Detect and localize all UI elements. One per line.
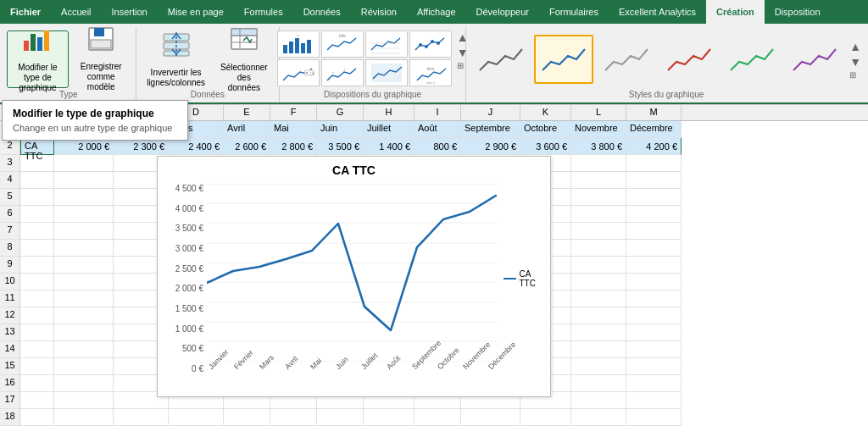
- cell-10-11[interactable]: [571, 274, 626, 290]
- cell-1j[interactable]: Septembre: [461, 121, 520, 138]
- cell-7-12[interactable]: [626, 223, 682, 240]
- tab-mise-en-page[interactable]: Mise en page: [158, 0, 234, 24]
- cell-5-11[interactable]: [571, 189, 626, 206]
- tab-revision[interactable]: Révision: [351, 0, 407, 24]
- style-item-4[interactable]: [659, 35, 719, 84]
- cell-18-3[interactable]: [169, 409, 224, 426]
- cell-18-0[interactable]: [20, 409, 54, 426]
- cell-18-12[interactable]: [626, 409, 682, 426]
- cell-5-12[interactable]: [626, 189, 682, 206]
- cell-10-1[interactable]: [54, 274, 114, 290]
- disp-4[interactable]: [409, 30, 452, 58]
- tab-accueil[interactable]: Accueil: [51, 0, 101, 24]
- cell-6-1[interactable]: [54, 206, 114, 223]
- cell-11-11[interactable]: [571, 290, 626, 307]
- cell-16-12[interactable]: [626, 375, 682, 392]
- cell-5-0[interactable]: [20, 189, 54, 206]
- cell-17-0[interactable]: [20, 392, 54, 409]
- cell-18-1[interactable]: [54, 409, 114, 426]
- cell-18-8[interactable]: [415, 409, 461, 426]
- cell-1k[interactable]: Octobre: [520, 121, 571, 138]
- tab-donnees[interactable]: Données: [293, 0, 351, 24]
- disp-2[interactable]: title: [321, 30, 364, 58]
- tab-excellent-analytics[interactable]: Excellent Analytics: [609, 0, 706, 24]
- cell-14-0[interactable]: [20, 341, 54, 358]
- disp-5[interactable]: CA: [277, 59, 320, 86]
- cell-2m[interactable]: 4 200 €: [626, 138, 682, 155]
- cell-5-1[interactable]: [54, 189, 114, 206]
- cell-8-12[interactable]: [626, 240, 682, 257]
- cell-3-11[interactable]: [571, 155, 626, 172]
- tab-creation[interactable]: Création: [706, 0, 765, 24]
- styles-scroll-up[interactable]: ▲: [849, 40, 861, 53]
- cell-2k[interactable]: 3 600 €: [520, 138, 571, 155]
- styles-more[interactable]: ⊞: [849, 70, 861, 80]
- cell-7-11[interactable]: [571, 223, 626, 240]
- cell-12-12[interactable]: [626, 307, 682, 324]
- cell-11-1[interactable]: [54, 290, 114, 307]
- cell-18-6[interactable]: [317, 409, 364, 426]
- cell-18-5[interactable]: [270, 409, 317, 426]
- cell-12-0[interactable]: [20, 307, 54, 324]
- cell-4-12[interactable]: [626, 172, 682, 189]
- cell-2g[interactable]: 3 500 €: [317, 138, 364, 155]
- cell-7-1[interactable]: [54, 223, 114, 240]
- cell-2i[interactable]: 800 €: [415, 138, 461, 155]
- cell-2l[interactable]: 3 800 €: [571, 138, 626, 155]
- cell-13-0[interactable]: [20, 324, 54, 341]
- tab-insertion[interactable]: Insertion: [102, 0, 158, 24]
- cell-18-11[interactable]: [571, 409, 626, 426]
- cell-18-4[interactable]: [224, 409, 270, 426]
- btn-inverser[interactable]: Inververtir leslignes/colonnes: [142, 30, 211, 88]
- cell-9-1[interactable]: [54, 257, 114, 274]
- cell-9-11[interactable]: [571, 257, 626, 274]
- tab-formulaires[interactable]: Formulaires: [539, 0, 609, 24]
- cell-1l[interactable]: Novembre: [571, 121, 626, 138]
- cell-1h[interactable]: Juillet: [364, 121, 415, 138]
- cell-4-11[interactable]: [571, 172, 626, 189]
- tab-fichier[interactable]: Fichier: [0, 0, 51, 24]
- cell-18-9[interactable]: [461, 409, 520, 426]
- cell-1e[interactable]: Avril: [224, 121, 270, 138]
- cell-11-0[interactable]: [20, 290, 54, 307]
- cell-16-1[interactable]: [54, 375, 114, 392]
- cell-9-0[interactable]: [20, 257, 54, 274]
- cell-2f[interactable]: 2 800 €: [270, 138, 317, 155]
- cell-13-1[interactable]: [54, 324, 114, 341]
- cell-3-12[interactable]: [626, 155, 682, 172]
- cell-9-12[interactable]: [626, 257, 682, 274]
- cell-1m[interactable]: Décembre: [626, 121, 682, 138]
- cell-2c[interactable]: 2 300 €: [114, 138, 169, 155]
- btn-enregistrer-modele[interactable]: Enregistrer comme modèle: [72, 30, 131, 88]
- cell-4-0[interactable]: [20, 172, 54, 189]
- cell-3-1[interactable]: [54, 155, 114, 172]
- cell-2d[interactable]: 2 400 €: [169, 138, 224, 155]
- cell-8-11[interactable]: [571, 240, 626, 257]
- cell-18-10[interactable]: [520, 409, 571, 426]
- cell-17-11[interactable]: [571, 392, 626, 409]
- tab-developpeur[interactable]: Développeur: [466, 0, 539, 24]
- cell-2e[interactable]: 2 600 €: [224, 138, 270, 155]
- cell-13-12[interactable]: [626, 324, 682, 341]
- cell-12-1[interactable]: [54, 307, 114, 324]
- disp-8[interactable]: titre axe x: [409, 59, 452, 86]
- cell-6-12[interactable]: [626, 206, 682, 223]
- btn-modifier-type[interactable]: Modifier le type de graphique: [7, 30, 69, 88]
- chart-container[interactable]: CA TTC 4 500 € 4 000 € 3 500 € 3 000 € 2…: [157, 156, 551, 397]
- cell-1g[interactable]: Juin: [317, 121, 364, 138]
- cell-2h[interactable]: 1 400 €: [364, 138, 415, 155]
- cell-6-0[interactable]: [20, 206, 54, 223]
- cell-14-1[interactable]: [54, 341, 114, 358]
- cell-2a[interactable]: CA TTC: [20, 138, 54, 155]
- cell-1f[interactable]: Mai: [270, 121, 317, 138]
- cell-1i[interactable]: Août: [415, 121, 461, 138]
- cell-8-1[interactable]: [54, 240, 114, 257]
- style-item-6[interactable]: [785, 35, 844, 84]
- cell-3-0[interactable]: [20, 155, 54, 172]
- disp-7[interactable]: [365, 59, 408, 86]
- cell-6-11[interactable]: [571, 206, 626, 223]
- style-item-5[interactable]: [722, 35, 782, 84]
- cell-4-1[interactable]: [54, 172, 114, 189]
- disp-1[interactable]: •: [277, 30, 320, 58]
- cell-15-11[interactable]: [571, 358, 626, 375]
